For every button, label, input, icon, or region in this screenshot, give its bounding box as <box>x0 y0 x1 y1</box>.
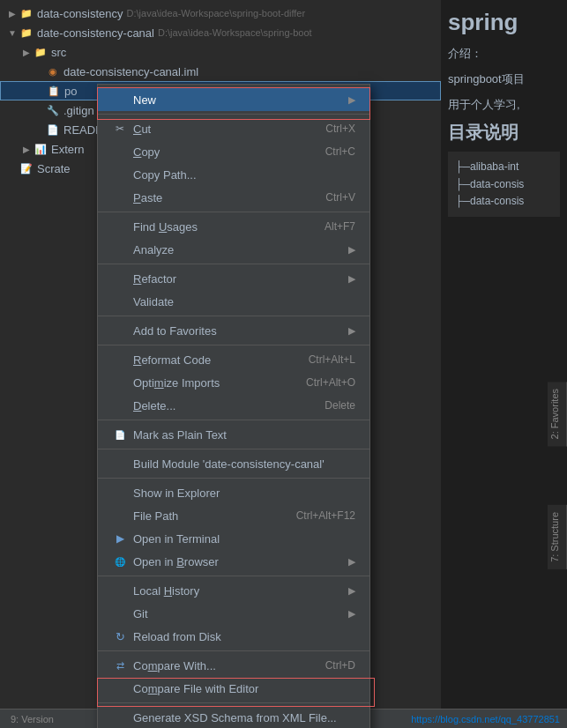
menu-item-reload-disk[interactable]: ↻ Reload from Disk <box>98 625 369 648</box>
menu-label: Mark as Plain Text <box>133 428 355 442</box>
expand-arrow: ▶ <box>7 8 18 19</box>
menu-item-copy[interactable]: Copy Ctrl+C <box>98 140 369 163</box>
menu-shortcut: Ctrl+D <box>325 659 355 672</box>
menu-shortcut: Alt+F7 <box>325 220 355 233</box>
tree-item-iml[interactable]: ◉ date-consistency-canal.iml <box>0 62 441 81</box>
menu-item-mark-plain[interactable]: 📄 Mark as Plain Text <box>98 423 369 446</box>
tree-path: D:\java\idea-Workspace\spring-boot <box>158 27 312 38</box>
menu-label: Build Module 'date-consistency-canal' <box>133 457 355 471</box>
menu-label: Find Usages <box>133 220 307 234</box>
submenu-arrow: ▶ <box>348 244 355 256</box>
menu-label: Reload from Disk <box>133 630 355 643</box>
menu-item-generate-xsd[interactable]: Generate XSD Schema from XML File... <box>98 706 369 728</box>
favorites-icon <box>112 323 128 338</box>
menu-item-analyze[interactable]: Analyze ▶ <box>98 238 369 261</box>
menu-label: Show in Explorer <box>133 487 355 500</box>
menu-item-file-path[interactable]: File Path Ctrl+Alt+F12 <box>98 504 369 527</box>
context-menu: New ▶ ✂ Cut Ctrl+X Copy Ctrl+C Copy Path… <box>97 84 370 728</box>
menu-divider <box>98 345 369 345</box>
menu-shortcut: Ctrl+Alt+O <box>306 376 355 389</box>
menu-item-cut[interactable]: ✂ Cut Ctrl+X <box>98 117 369 140</box>
pom-icon: 📋 <box>47 84 61 98</box>
menu-shortcut: Delete <box>325 399 355 412</box>
tree-label: Scrate <box>37 162 71 175</box>
menu-divider <box>98 576 369 576</box>
menu-item-add-favorites[interactable]: Add to Favorites ▶ <box>98 319 369 342</box>
menu-item-refactor[interactable]: Refactor ▶ <box>98 267 369 290</box>
browser-icon: 🌐 <box>112 553 128 569</box>
external-icon: 📊 <box>34 142 48 156</box>
file-path-icon <box>112 508 128 524</box>
expand-arrow: ▶ <box>21 144 32 154</box>
reload-icon: ↻ <box>112 628 128 644</box>
menu-item-new[interactable]: New ▶ <box>98 88 369 111</box>
menu-shortcut: Ctrl+Alt+F12 <box>296 509 355 522</box>
submenu-arrow: ▶ <box>348 273 355 285</box>
folder-icon: 📁 <box>19 26 34 40</box>
menu-divider <box>98 650 369 651</box>
delete-icon <box>112 397 128 413</box>
expand-arrow: ▼ <box>7 27 18 38</box>
right-panel-code: ├─alibaba-int ├─data-consis ├─data-consi… <box>448 152 560 217</box>
menu-item-compare-editor[interactable]: Compare File with Editor <box>98 677 369 700</box>
analyze-icon <box>112 241 128 257</box>
validate-icon <box>112 293 128 309</box>
compare-editor-icon <box>112 680 128 696</box>
submenu-arrow: ▶ <box>348 608 355 620</box>
menu-label: Open in Browser <box>133 555 345 568</box>
tree-item-src[interactable]: ▶ 📁 src <box>0 42 441 62</box>
find-icon <box>112 219 128 234</box>
submenu-arrow: ▶ <box>348 585 355 597</box>
menu-item-delete[interactable]: Delete... Delete <box>98 394 369 417</box>
right-panel: spring 介绍： springboot项目 用于个人学习, 目录说明 ├─a… <box>441 0 567 728</box>
mark-plain-icon: 📄 <box>112 427 128 442</box>
copy-icon <box>112 144 128 160</box>
menu-label: Refactor <box>133 272 345 286</box>
right-panel-dir-label: 目录说明 <box>448 121 560 145</box>
menu-item-validate[interactable]: Validate <box>98 290 369 313</box>
menu-label: Validate <box>133 295 355 308</box>
bottom-url[interactable]: https://blog.csdn.net/qq_43772851 <box>411 714 560 724</box>
menu-item-compare-with[interactable]: ⇄ Compare With... Ctrl+D <box>98 654 369 677</box>
menu-item-open-browser[interactable]: 🌐 Open in Browser ▶ <box>98 550 369 573</box>
right-panel-intro-text2: 用于个人学习, <box>448 96 560 115</box>
dir-item-3: ├─data-consis <box>455 193 553 210</box>
menu-item-build-module[interactable]: Build Module 'date-consistency-canal' <box>98 452 369 475</box>
menu-divider <box>98 114 369 115</box>
folder-icon: 📁 <box>34 45 48 59</box>
sidebar-tab-favorites[interactable]: 2: Favorites <box>548 382 567 446</box>
sidebar-tab-structure[interactable]: 7: Structure <box>548 505 567 569</box>
menu-label: Optimize Imports <box>133 376 288 390</box>
menu-label: Reformat Code <box>133 353 291 367</box>
expand-arrow <box>34 85 45 96</box>
tree-label: src <box>51 46 66 59</box>
tree-label: READI <box>63 123 99 137</box>
xsd-icon <box>112 709 128 725</box>
menu-item-git[interactable]: Git ▶ <box>98 602 369 625</box>
menu-item-optimize[interactable]: Optimize Imports Ctrl+Alt+O <box>98 371 369 394</box>
menu-shortcut: Ctrl+C <box>325 145 355 158</box>
menu-item-open-terminal[interactable]: ▶ Open in Terminal <box>98 527 369 550</box>
scratches-icon: 📝 <box>19 161 34 175</box>
cut-icon: ✂ <box>112 121 128 137</box>
menu-divider <box>98 212 369 212</box>
menu-item-show-explorer[interactable]: Show in Explorer <box>98 481 369 504</box>
menu-item-paste[interactable]: Paste Ctrl+V <box>98 186 369 209</box>
menu-item-copy-path[interactable]: Copy Path... <box>98 163 369 186</box>
bottom-tab-version[interactable]: 9: Version <box>7 712 57 726</box>
tree-label: .gitign <box>63 104 94 117</box>
menu-item-find-usages[interactable]: Find Usages Alt+F7 <box>98 215 369 238</box>
tree-item-date-consistency-canal[interactable]: ▼ 📁 date-consistency-canal D:\java\idea-… <box>0 23 441 42</box>
tree-label: date-consistency-canal.iml <box>63 65 198 78</box>
tree-item-data-consistency[interactable]: ▶ 📁 data-consistency D:\java\idea-Worksp… <box>0 4 441 23</box>
menu-shortcut: Ctrl+Alt+L <box>309 353 355 366</box>
tree-label: Extern <box>51 143 85 156</box>
menu-label: Generate XSD Schema from XML File... <box>133 711 355 724</box>
build-icon <box>112 456 128 472</box>
new-icon <box>112 92 128 108</box>
menu-label: Git <box>133 607 345 620</box>
folder-icon: 📁 <box>19 6 34 20</box>
menu-item-reformat[interactable]: Reformat Code Ctrl+Alt+L <box>98 348 369 371</box>
expand-arrow: ▶ <box>21 47 32 57</box>
menu-item-local-history[interactable]: Local History ▶ <box>98 579 369 602</box>
